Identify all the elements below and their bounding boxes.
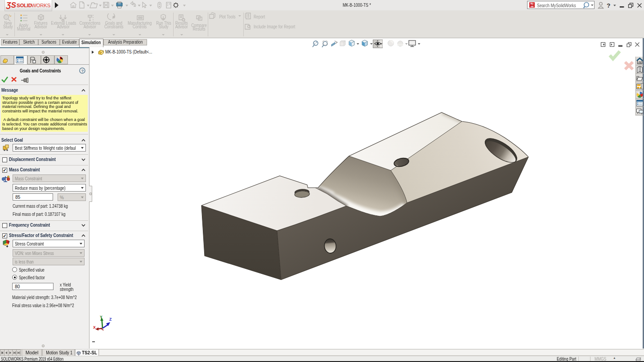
svg-text:Y: Y bbox=[100, 315, 103, 319]
svg-text:WORKS: WORKS bbox=[31, 3, 51, 8]
svg-text:Z: Z bbox=[109, 317, 112, 322]
svg-text:SOLID: SOLID bbox=[17, 3, 32, 8]
svg-text:?: ? bbox=[607, 2, 610, 9]
svg-text:?: ? bbox=[81, 68, 84, 73]
svg-text:MK-B-1000-TS (Default<...: MK-B-1000-TS (Default<... bbox=[105, 49, 152, 54]
svg-text:σ: σ bbox=[8, 240, 10, 244]
svg-text:X: X bbox=[93, 325, 96, 330]
svg-text:ƷS: ƷS bbox=[6, 1, 16, 9]
